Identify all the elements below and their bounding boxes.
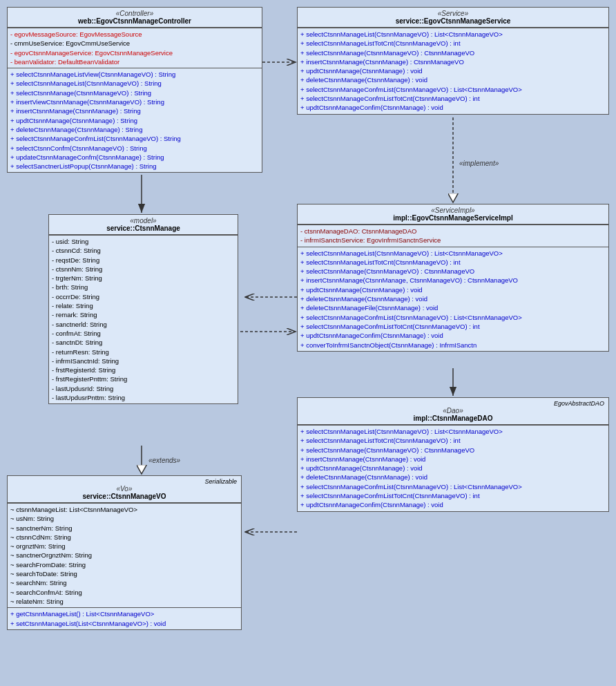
diagram-container: «Controller» web::EgovCtsnnManageControl… [0,0,616,686]
controller-fields: - egovMessageSource: EgovMessageSource -… [8,28,262,68]
model-box: «model» service::CtsnnManage - usid: Str… [48,214,238,404]
model-field-10: - sanctnerld: String [52,320,235,329]
service-box: «Service» service::EgovCtsnnManageServic… [297,7,609,115]
service-method-8: + selectCtsnnManageConfmListTotCnt(Ctsnn… [300,94,606,103]
model-field-2: - ctsnnCd: String [52,246,235,255]
controller-header: «Controller» web::EgovCtsnnManageControl… [8,8,262,28]
model-fields: - usid: String - ctsnnCd: String - reqst… [49,235,238,403]
serviceimpl-fields: - ctsnnManageDAO: CtsnnManageDAO - infrm… [298,225,608,247]
vo-header: Serializable «Vo» service::CtsnnManageVO [8,476,241,503]
serviceimpl-method-10: + updtCtsnnManageConfim(CtsnnManage) : v… [300,331,606,340]
service-method-3: + selectCtsnnManage(CtsnnManageVO) : Cts… [300,48,606,57]
service-method-1: + selectCtsnnManageList(CtsnnManageVO) :… [300,30,606,39]
controller-field-1: - egovMessageSource: EgovMessageSource [10,30,259,39]
vo-stereotype: «Vo» [10,485,238,493]
controller-method-3: + selectCtsnnManage(CtsnnManageVO) : Str… [10,88,259,97]
model-field-6: - brth: String [52,283,235,292]
serviceimpl-header: «ServiceImpl» impl::EgovCtsnnManageServi… [298,204,608,225]
serviceimpl-method-3: + selectCtsnnManage(CtsnnManageVO) : Cts… [300,267,606,276]
service-methods: + selectCtsnnManageList(CtsnnManageVO) :… [298,28,608,114]
service-method-5: + updtCtsnnManage(CtsnnManage) : void [300,66,606,75]
controller-title: web::EgovCtsnnManageController [10,17,259,25]
vo-field-11: ~ relateNm: String [10,597,238,606]
service-method-9: + updtCtsnnManageConfim(CtsnnManage) : v… [300,103,606,112]
dao-method-5: + updtCtsnnManage(CtsnnManage) : void [300,464,606,473]
controller-stereotype: «Controller» [10,10,259,17]
dao-box: EgovAbstractDAO «Dao» impl::CtsnnManageD… [297,397,609,512]
model-field-9: - remark: String [52,310,235,319]
dao-method-6: + deleteCtsnnManage(CtsnnManage) : void [300,473,606,482]
controller-method-1: + selectCtsnnManageListView(CtsnnManageV… [10,70,259,79]
dao-methods: + selectCtsnnManageList(CtsnnManageVO) :… [298,425,608,511]
service-method-4: + insertCtsnnManage(CtsnnManage) : Ctsnn… [300,57,606,66]
model-stereotype: «model» [52,217,235,225]
dao-header: EgovAbstractDAO «Dao» impl::CtsnnManageD… [298,398,608,425]
serviceimpl-method-4: + insertCtsnnManage(CtsnnManage, CtsnnMa… [300,276,606,285]
serviceimpl-methods: + selectCtsnnManageList(CtsnnManageVO) :… [298,247,608,351]
serviceimpl-method-2: + selectCtsnnManageListTotCnt(CtsnnManag… [300,258,606,267]
vo-fields: ~ ctsnnManageList: List<CtsnnManageVO> ~… [8,503,241,607]
vo-field-1: ~ ctsnnManageList: List<CtsnnManageVO> [10,505,238,514]
controller-field-3: - egovCtsnnManageService: EgovCtsnnManag… [10,48,259,57]
vo-field-2: ~ usNm: String [10,514,238,523]
serviceimpl-field-1: - ctsnnManageDAO: CtsnnManageDAO [300,227,606,236]
vo-field-4: ~ ctsnnCdNm: String [10,533,238,542]
model-field-8: - relate: String [52,301,235,310]
model-field-1: - usid: String [52,237,235,246]
controller-box: «Controller» web::EgovCtsnnManageControl… [7,7,262,173]
model-field-3: - reqstDe: String [52,256,235,265]
serviceimpl-title: impl::EgovCtsnnManageServiceImpl [300,214,606,222]
vo-field-5: ~ orgnztNm: String [10,542,238,551]
dao-method-2: + selectCtsnnManageListTotCnt(CtsnnManag… [300,436,606,445]
model-field-15: - frstRegisterId: String [52,365,235,374]
vo-box: Serializable «Vo» service::CtsnnManageVO… [7,475,242,630]
service-method-2: + selectCtsnnManageListTotCnt(CtsnnManag… [300,39,606,48]
controller-method-8: + selectCtsnnManageConfmList(CtsnnManage… [10,134,259,143]
controller-method-10: + updateCtsnnManageConfm(CtsnnManage) : … [10,153,259,162]
dao-title: impl::CtsnnManageDAO [300,415,606,422]
controller-method-6: + updtCtsnnManage(CtsnnManage) : String [10,116,259,125]
model-field-13: - returnResn: String [52,347,235,356]
serviceimpl-method-9: + selectCtsnnManageConfmListTotCnt(Ctsnn… [300,322,606,331]
vo-title: service::CtsnnManageVO [10,493,238,500]
vo-field-8: ~ searchToDate: String [10,569,238,578]
dao-stereotype: «Dao» [300,407,606,415]
serviceimpl-method-6: + deleteCtsnnManage(CtsnnManage) : void [300,294,606,303]
controller-methods: + selectCtsnnManageListView(CtsnnManageV… [8,68,262,172]
model-field-4: - ctsnnNm: String [52,265,235,274]
dao-method-9: + updtCtsnnManageConfim(CtsnnManage) : v… [300,500,606,509]
model-field-16: - frstRegisterPnttm: String [52,374,235,383]
dao-method-4: + insertCtsnnManage(CtsnnManage) : void [300,455,606,464]
service-stereotype: «Service» [300,10,606,17]
vo-field-7: ~ searchFromDate: String [10,560,238,569]
model-field-12: - sanctnDt: String [52,338,235,347]
model-header: «model» service::CtsnnManage [49,215,238,235]
controller-method-7: + deleteCtsnnManage(CtsnnManage) : Strin… [10,125,259,134]
model-field-11: - confmAt: String [52,329,235,338]
serviceimpl-method-8: + selectCtsnnManageConfmList(CtsnnManage… [300,313,606,322]
serviceimpl-method-1: + selectCtsnnManageList(CtsnnManageVO) :… [300,249,606,258]
vo-methods: + getCtsnnManageList() : List<CtsnnManag… [8,607,241,629]
controller-method-4: + insertViewCtsnnManage(CtsnnManageVO) :… [10,97,259,106]
controller-method-9: + selectCtsnnConfm(CtsnnManageVO) : Stri… [10,144,259,153]
dao-method-7: + selectCtsnnManageConfmList(CtsnnManage… [300,482,606,491]
service-title: service::EgovCtsnnManageService [300,17,606,25]
model-field-5: - trgterNm: String [52,274,235,283]
controller-field-2: - cmmUseService: EgovCmmUseService [10,39,259,48]
dao-method-3: + selectCtsnnManage(CtsnnManageVO) : Cts… [300,446,606,455]
model-field-7: - occrrDe: String [52,292,235,301]
model-field-14: - infrmISanctnId: String [52,356,235,365]
service-method-7: + selectCtsnnManageConfmList(CtsnnManage… [300,85,606,94]
controller-method-11: + selectSanctnerListPopup(CtsnnManage) :… [10,162,259,171]
implement-label: «implement» [459,160,499,167]
controller-method-2: + selectCtsnnManageList(CtsnnManageVO) :… [10,79,259,88]
serviceimpl-box: «ServiceImpl» impl::EgovCtsnnManageServi… [297,204,609,352]
extends-label: «extends» [148,457,181,464]
model-field-17: - lastUpdusrId: String [52,384,235,393]
model-field-18: - lastUpdusrPnttm: String [52,393,235,402]
serviceimpl-method-5: + updtCtsnnManage(CtsnnManage) : void [300,285,606,294]
model-title: service::CtsnnManage [52,225,235,232]
serviceimpl-method-11: + converToInfrmISanctnObject(CtsnnManage… [300,341,606,350]
serviceimpl-method-7: + deleteCtsnnManageFile(CtsnnManage) : v… [300,303,606,312]
vo-field-9: ~ searchNm: String [10,578,238,587]
